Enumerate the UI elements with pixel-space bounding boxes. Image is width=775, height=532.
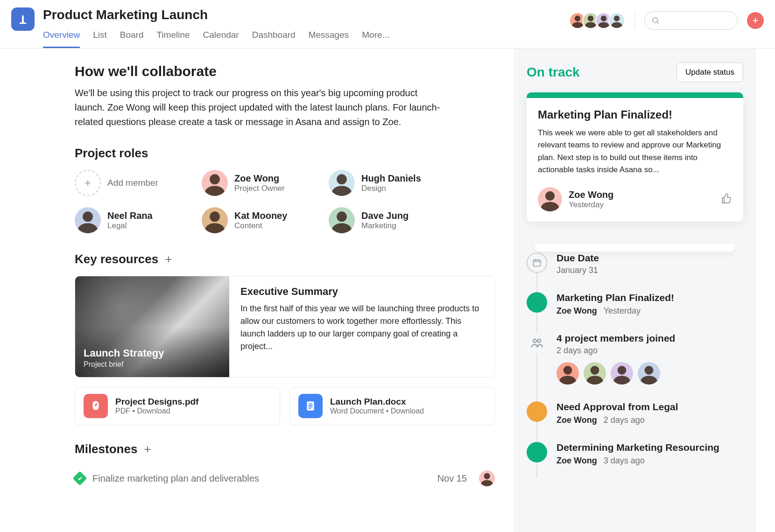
status-card[interactable]: Marketing Plan Finalized! This week we w…	[527, 92, 743, 222]
timeline-title: Due Date	[557, 252, 743, 264]
milestone-text: Finalize marketing plan and deliverables	[92, 473, 430, 484]
main-content: How we'll collaborate We'll be using thi…	[0, 49, 514, 532]
people-icon	[527, 333, 547, 353]
plus-circle-icon: +	[75, 170, 101, 196]
resource-brief-card[interactable]: Launch Strategy Project brief Executive …	[75, 276, 495, 378]
project-title: Product Marketing Launch	[43, 7, 573, 22]
svg-rect-5	[309, 405, 313, 406]
milestone-date: Nov 15	[437, 473, 467, 484]
avatar	[329, 207, 355, 233]
tab-calendar[interactable]: Calendar	[203, 26, 239, 48]
tab-board[interactable]: Board	[120, 26, 144, 48]
status-text: This week we were able to get all stakeh…	[538, 127, 732, 176]
role-item[interactable]: Neel RanaLegal	[75, 207, 196, 233]
joined-avatars	[557, 362, 743, 385]
timeline-item[interactable]: Need Approval from Legal Zoe Wong 2 days…	[527, 397, 743, 437]
tab-messages[interactable]: Messages	[309, 26, 349, 48]
avatar	[75, 207, 101, 233]
svg-rect-4	[309, 404, 313, 405]
update-status-button[interactable]: Update status	[676, 63, 743, 82]
timeline-item[interactable]: Marketing Plan Finalized! Zoe Wong Yeste…	[527, 287, 743, 328]
avatar[interactable]	[608, 12, 625, 29]
resource-image: Launch Strategy Project brief	[75, 276, 229, 377]
timeline-time: 3 days ago	[604, 456, 645, 466]
status-dot-green	[527, 292, 547, 313]
file-card[interactable]: Launch Plan.docx Word Document • Downloa…	[289, 387, 495, 425]
plus-icon	[751, 16, 760, 25]
svg-rect-1	[22, 17, 24, 22]
doc-icon	[298, 394, 323, 418]
avatar	[538, 187, 562, 211]
tab-overview[interactable]: Overview	[43, 26, 80, 48]
role-name: Neel Rana	[107, 210, 153, 221]
milestone-complete-icon	[72, 471, 87, 485]
svg-rect-3	[307, 401, 314, 411]
role-item[interactable]: Hugh DanielsDesign	[329, 170, 450, 196]
avatar	[611, 362, 633, 385]
avatar	[202, 207, 228, 233]
roles-grid: + Add member Zoe WongProject Owner Hugh …	[75, 170, 495, 233]
avatar	[479, 470, 495, 486]
member-avatars[interactable]	[573, 12, 625, 29]
resources-heading: Key resources +	[75, 252, 495, 266]
timeline-author: Zoe Wong	[557, 306, 597, 316]
project-icon[interactable]	[11, 7, 35, 31]
milestone-row[interactable]: Finalize marketing plan and deliverables…	[75, 466, 495, 491]
role-name: Dave Jung	[361, 210, 409, 221]
file-card[interactable]: Project Designs.pdf PDF • Download	[75, 387, 280, 425]
roles-heading: Project roles	[75, 146, 495, 161]
timeline-author: Zoe Wong	[557, 415, 597, 425]
collab-heading: How we'll collaborate	[75, 63, 495, 79]
file-meta: PDF • Download	[115, 407, 198, 415]
timeline-title: Marketing Plan Finalized!	[557, 292, 743, 303]
collab-body: We'll be using this project to track our…	[75, 86, 448, 129]
add-member-button[interactable]: + Add member	[75, 170, 196, 196]
tab-dashboard[interactable]: Dashboard	[252, 26, 296, 48]
header: Product Marketing Launch Overview List B…	[0, 0, 775, 49]
avatar	[584, 362, 606, 385]
milestones-heading: Milestones +	[75, 442, 495, 456]
timeline-time: Yesterday	[604, 306, 641, 316]
status-label: On track	[527, 65, 580, 80]
role-sub: Content	[234, 221, 287, 231]
timeline-author: Zoe Wong	[557, 456, 597, 466]
avatar	[329, 170, 355, 196]
add-resource-button[interactable]: +	[165, 252, 172, 266]
resource-image-sub: Project brief	[84, 360, 221, 369]
file-name: Launch Plan.docx	[330, 397, 424, 407]
status-author: Zoe Wong	[569, 189, 613, 200]
timeline-title: Determining Marketing Resourcing	[557, 442, 743, 453]
status-sidebar: On track Update status Marketing Plan Fi…	[514, 49, 756, 532]
activity-timeline: Due Date January 31 Marketing Plan Final…	[527, 248, 743, 478]
role-item[interactable]: Kat MooneyContent	[202, 207, 323, 233]
timeline-item: Due Date January 31	[527, 248, 743, 287]
status-title: Marketing Plan Finalized!	[538, 108, 732, 121]
tab-list[interactable]: List	[93, 26, 107, 48]
like-button[interactable]	[721, 193, 732, 206]
tab-timeline[interactable]: Timeline	[156, 26, 190, 48]
status-dot-green	[527, 442, 547, 462]
svg-rect-8	[534, 260, 541, 266]
global-add-button[interactable]	[747, 12, 764, 29]
add-milestone-button[interactable]: +	[144, 442, 151, 456]
tab-more[interactable]: More...	[362, 26, 389, 48]
role-name: Zoe Wong	[234, 173, 285, 184]
svg-point-2	[653, 18, 658, 23]
role-item[interactable]: Dave JungMarketing	[329, 207, 450, 233]
avatar	[638, 362, 660, 385]
role-sub: Marketing	[361, 221, 409, 231]
search-icon	[651, 16, 660, 25]
timeline-title: 4 project members joined	[557, 333, 743, 344]
avatar	[557, 362, 579, 385]
search-input[interactable]	[644, 11, 738, 30]
role-item[interactable]: Zoe WongProject Owner	[202, 170, 323, 196]
tabs: Overview List Board Timeline Calendar Da…	[43, 26, 573, 48]
timeline-item[interactable]: 4 project members joined 2 days ago	[527, 328, 743, 397]
resource-title: Executive Summary	[240, 286, 483, 298]
timeline-item[interactable]: Determining Marketing Resourcing Zoe Won…	[527, 437, 743, 478]
svg-rect-7	[309, 408, 311, 409]
role-name: Kat Mooney	[234, 210, 287, 221]
divider	[634, 12, 635, 29]
timeline-time: 2 days ago	[604, 415, 645, 425]
pdf-icon	[84, 394, 108, 418]
